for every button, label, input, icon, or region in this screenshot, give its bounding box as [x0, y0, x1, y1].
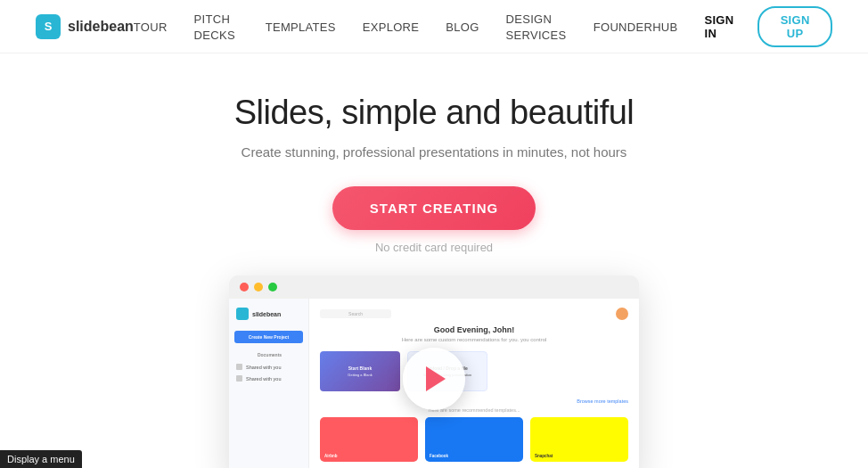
- hero-title: Slides, simple and beautiful: [234, 94, 635, 132]
- sidebar-section-title: Documents: [234, 352, 303, 357]
- window-close-dot: [240, 283, 249, 291]
- app-topbar: Search: [320, 308, 628, 320]
- upload-label: Upload / Drop a file Import an existing …: [420, 362, 476, 381]
- hero-section: Slides, simple and beautiful Create stun…: [0, 53, 868, 468]
- bottom-tooltip: Display a menu: [0, 450, 82, 468]
- start-blank-label: Start Blank Getting a Blank: [344, 362, 375, 381]
- window-titlebar: [229, 275, 639, 299]
- airbnb-card[interactable]: Airbnb: [320, 417, 418, 462]
- facebook-card[interactable]: Facebook: [425, 417, 523, 462]
- nav-design-services[interactable]: DESIGN SERVICES: [506, 12, 567, 42]
- template-options-row: Start Blank Getting a Blank Upload / Dro…: [320, 351, 628, 391]
- sidebar-new-project-btn[interactable]: Create New Project: [234, 331, 303, 343]
- window-maximize-dot: [268, 283, 277, 291]
- nav-templates[interactable]: TEMPLATES: [266, 21, 336, 34]
- nav-pitch-decks[interactable]: PITCH DECKS: [194, 12, 235, 42]
- logo-icon: S: [36, 14, 61, 39]
- app-preview-wrapper: slidebean Create New Project Documents S…: [229, 275, 639, 468]
- shared-icon-2: [236, 375, 242, 382]
- nav-blog[interactable]: BLOG: [446, 21, 479, 34]
- user-avatar: [616, 308, 628, 320]
- browse-templates-link[interactable]: Browse more templates: [320, 398, 628, 404]
- app-sidebar: slidebean Create New Project Documents S…: [229, 299, 309, 468]
- navigation: S slidebean TOUR PITCH DECKS TEMPLATES E…: [0, 0, 868, 53]
- logo-text: slidebean: [68, 19, 134, 35]
- nav-founderhub[interactable]: FOUNDERHUB: [594, 21, 678, 34]
- sidebar-item-shared-2: Shared with you: [234, 373, 303, 384]
- app-search-bar[interactable]: Search: [320, 309, 391, 318]
- sign-in-link[interactable]: SIGN IN: [704, 13, 740, 40]
- nav-right: SIGN IN SIGN UP: [704, 6, 832, 47]
- app-window: slidebean Create New Project Documents S…: [229, 275, 639, 468]
- sidebar-logo-text: slidebean: [252, 311, 281, 317]
- nav-explore[interactable]: EXPLORE: [363, 21, 420, 34]
- sidebar-item-shared-1: Shared with you: [234, 361, 303, 373]
- shared-icon-1: [236, 364, 242, 370]
- upload-card[interactable]: Upload / Drop a file Import an existing …: [407, 351, 487, 391]
- start-creating-button[interactable]: START CREATING: [332, 186, 536, 230]
- app-main: Search Good Evening, John! Here are some…: [309, 299, 639, 468]
- window-minimize-dot: [254, 283, 263, 291]
- snapchat-label: Snapchat: [535, 454, 553, 458]
- template-cards-row: Airbnb Facebook Snapchat: [320, 417, 628, 462]
- snapchat-card[interactable]: Snapchat: [530, 417, 628, 462]
- window-body: slidebean Create New Project Documents S…: [229, 299, 639, 468]
- airbnb-label: Airbnb: [324, 454, 338, 458]
- recommended-label: Here are some recommended templates...: [320, 407, 628, 413]
- no-credit-text: No credit card required: [375, 241, 493, 254]
- start-blank-card[interactable]: Start Blank Getting a Blank: [320, 351, 400, 391]
- sidebar-logo-icon: [236, 308, 249, 320]
- sign-up-button[interactable]: SIGN UP: [757, 6, 832, 47]
- facebook-label: Facebook: [430, 454, 448, 458]
- app-greeting: Good Evening, John!: [320, 325, 628, 334]
- hero-subtitle: Create stunning, professional presentati…: [242, 144, 627, 160]
- app-subtext: Here are some custom recommendations for…: [320, 337, 628, 342]
- nav-links: TOUR PITCH DECKS TEMPLATES EXPLORE BLOG …: [134, 11, 678, 43]
- nav-tour[interactable]: TOUR: [134, 21, 168, 34]
- sidebar-logo: slidebean: [234, 308, 303, 320]
- logo[interactable]: S slidebean: [36, 14, 134, 39]
